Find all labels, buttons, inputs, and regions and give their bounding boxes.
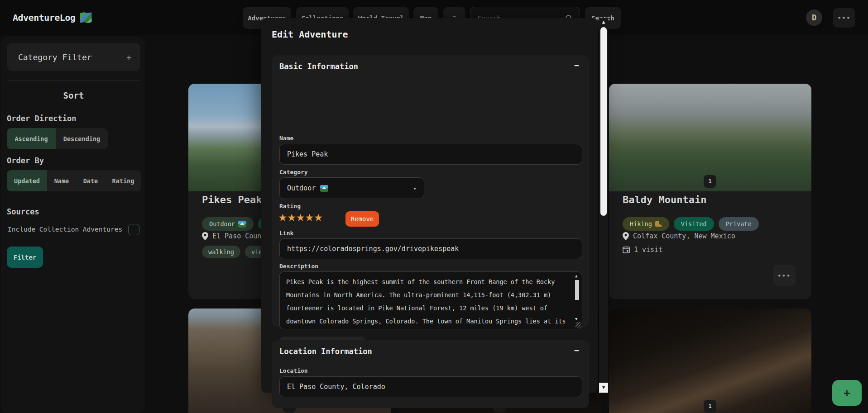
sources-label: Sources	[7, 207, 39, 216]
section-title: Basic Information	[279, 62, 358, 71]
textarea-scroll-down-icon[interactable]: ▼	[575, 317, 577, 321]
adventure-card-dunes[interactable]: 1	[609, 309, 811, 413]
category-badge: Hiking	[623, 217, 669, 231]
location-row: Colfax County, New Mexico	[623, 232, 735, 240]
rating-stars[interactable]: ★★★★★	[278, 209, 323, 223]
national-park-icon	[238, 221, 246, 228]
link-label: Link	[279, 230, 293, 237]
image-count-badge: 1	[704, 400, 716, 413]
scroll-down-icon[interactable]: ▼	[599, 383, 608, 393]
order-direction-label: Order Direction	[7, 114, 77, 123]
order-by-name[interactable]: Name	[47, 170, 76, 191]
image-count-badge: 1	[704, 175, 716, 188]
textarea-resize-handle[interactable]	[575, 322, 581, 328]
category-select[interactable]: Outdoor ▾	[279, 177, 424, 199]
category-filter-toggle[interactable]: Category Filter +	[7, 43, 140, 71]
calendar-icon	[623, 246, 630, 253]
basic-information-section: Basic Information − Name Pikes Peak Cate…	[272, 55, 589, 327]
plus-icon: +	[126, 52, 140, 62]
description-textarea[interactable]: Pikes Peak is the highest summit of the …	[279, 271, 582, 329]
include-collection-label: Include Collection Adventures	[8, 226, 122, 233]
name-label: Name	[279, 135, 293, 142]
hiking-boot-icon	[655, 221, 662, 227]
sidebar-divider	[7, 80, 140, 81]
map-logo-icon	[80, 12, 92, 23]
location-information-section: Location Information − Location El Paso …	[272, 340, 589, 408]
adventurelog-page: Pikes Peak Outdoor Planned El Paso Count…	[0, 0, 868, 413]
navbar-more-button[interactable]: •••	[833, 8, 855, 28]
modal-scrollbar-thumb[interactable]	[600, 27, 607, 216]
order-by-updated[interactable]: Updated	[7, 170, 47, 191]
textarea-scrollbar-thumb[interactable]	[575, 280, 579, 300]
collapse-icon[interactable]: −	[574, 61, 579, 70]
modal-title: Edit Adventure	[272, 29, 348, 40]
location-label: Location	[279, 367, 308, 374]
link-input[interactable]: https://coloradosprings.gov/drivepikespe…	[279, 238, 582, 259]
order-direction-ascending[interactable]: Ascending	[7, 128, 56, 149]
category-filter-label: Category Filter	[7, 52, 126, 62]
category-label: Category	[279, 169, 308, 176]
name-input[interactable]: Pikes Peak	[279, 144, 582, 165]
ellipsis-icon: •••	[838, 14, 851, 21]
description-label: Description	[279, 263, 318, 270]
order-by-rating[interactable]: Rating	[105, 170, 141, 191]
collapse-icon[interactable]: −	[574, 346, 579, 355]
add-adventure-fab[interactable]: +	[832, 380, 862, 406]
national-park-icon	[320, 185, 328, 192]
app-logo[interactable]: AdventureLog	[13, 0, 92, 35]
category-value: Outdoor	[287, 184, 316, 192]
visits-row: 1 visit	[623, 246, 662, 254]
remove-rating-button[interactable]: Remove	[345, 211, 379, 227]
include-collection-checkbox[interactable]	[128, 224, 139, 235]
map-pin-icon	[202, 232, 208, 240]
adventure-photo	[609, 309, 811, 413]
privacy-badge: Private	[719, 217, 759, 231]
order-by-date[interactable]: Date	[76, 170, 105, 191]
section-title: Location Information	[279, 347, 372, 356]
app-title: AdventureLog	[13, 12, 76, 23]
textarea-scroll-up-icon[interactable]: ▲	[575, 274, 577, 278]
category-badge: Outdoor	[202, 217, 254, 231]
card-menu-button[interactable]: •••	[773, 265, 796, 286]
filter-button[interactable]: Filter	[7, 247, 43, 268]
map-pin-icon	[623, 232, 629, 240]
sort-heading: Sort	[7, 90, 140, 100]
scroll-up-icon[interactable]: ▲	[599, 19, 608, 25]
ellipsis-icon: •••	[777, 272, 791, 279]
user-avatar[interactable]: D	[806, 9, 822, 26]
plus-icon: +	[844, 387, 850, 399]
order-direction-descending[interactable]: Descending	[56, 128, 108, 149]
card-title: Baldy Mountain	[623, 194, 706, 205]
adventure-card-baldy-mountain[interactable]: 1 Baldy Mountain Hiking Visited Private …	[609, 84, 811, 299]
chevron-down-icon: ▾	[413, 185, 417, 192]
tag-chip: walking	[202, 246, 240, 258]
order-by-label: Order By	[7, 156, 44, 165]
location-input[interactable]: El Paso County, Colorado	[279, 376, 582, 397]
card-title: Pikes Peak	[202, 194, 262, 205]
status-badge: Visited	[674, 217, 714, 231]
